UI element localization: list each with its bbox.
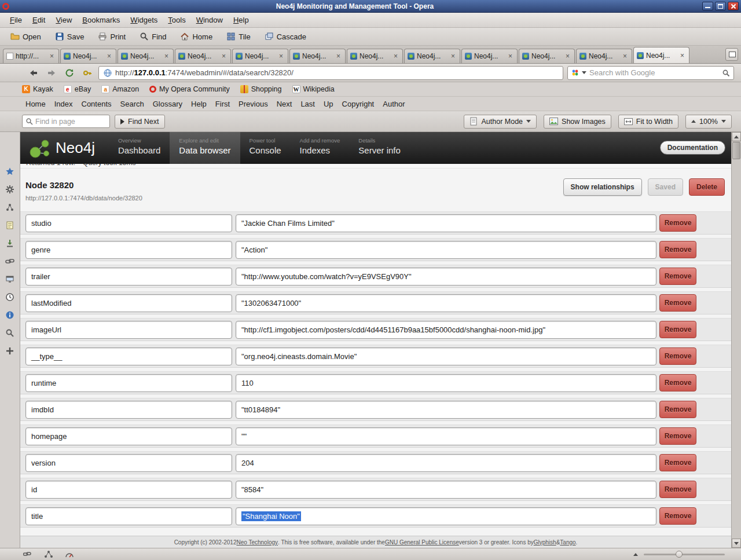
opera-turbo-icon[interactable] [65,550,74,558]
saved-button[interactable]: Saved [648,178,683,196]
property-key-field[interactable]: homepage [25,427,232,445]
remove-button[interactable]: Remove [659,427,696,445]
tab-9[interactable]: Neo4j... [519,49,575,63]
bookmark-kayak[interactable]: Kayak [22,85,53,93]
navlink-first[interactable]: First [215,100,230,108]
menu-window[interactable]: Window [191,14,228,26]
remove-button[interactable]: Remove [659,347,696,365]
property-key-field[interactable]: imageUrl [25,321,232,339]
tab-2[interactable]: Neo4j... [118,49,174,63]
glyphish-link[interactable]: Glyphish [534,539,556,546]
forward-button[interactable] [45,67,58,79]
remove-button[interactable]: Remove [659,268,696,285]
add-panel-button[interactable] [4,345,16,357]
tab-close-icon[interactable] [623,53,629,60]
remove-button[interactable]: Remove [659,374,696,391]
downloads-panel-button[interactable] [4,237,16,249]
links-panel-button[interactable] [4,255,16,267]
tab-3[interactable]: Neo4j... [175,49,231,63]
navlink-author[interactable]: Author [383,100,405,108]
tab-close-icon[interactable] [50,53,56,60]
tab-close-icon[interactable] [680,52,686,59]
tab-close-icon[interactable] [451,53,457,60]
tab-close-icon[interactable] [336,53,342,60]
show-images-button[interactable]: Show Images [544,115,611,129]
bookmark-shopping[interactable]: Shopping [240,85,282,93]
property-key-field[interactable]: runtime [25,374,232,392]
menu-edit[interactable]: Edit [27,14,50,26]
bookmark-ebay[interactable]: eBay [64,85,91,93]
tab-0[interactable]: http://... [3,49,59,63]
property-value-field[interactable]: "http://www.youtube.com/watch?v=yE9VSEgV… [236,268,656,286]
navlink-next[interactable]: Next [277,100,292,108]
remove-button[interactable]: Remove [659,507,696,525]
tango-link[interactable]: Tango [560,539,575,546]
search-panel-button[interactable] [4,327,16,339]
property-key-field[interactable]: title [25,507,232,525]
find-input[interactable] [35,118,107,126]
remove-button[interactable]: Remove [659,481,696,498]
close-button[interactable] [728,2,739,10]
tab-close-icon[interactable] [164,53,170,60]
navlink-contents[interactable]: Contents [82,100,112,108]
tab-10[interactable]: Neo4j... [576,49,632,63]
windows-panel-button[interactable] [4,273,16,285]
tab-list-button[interactable] [725,48,738,61]
property-key-field[interactable]: lastModified [25,294,232,312]
tab-close-icon[interactable] [508,53,514,60]
property-value-field[interactable]: "org.neo4j.cineasts.domain.Movie" [236,347,656,365]
property-key-field[interactable]: studio [25,214,232,232]
bookmarks-panel-button[interactable] [4,166,16,177]
property-value-field[interactable]: "8584" [236,481,656,499]
scroll-down-button[interactable] [732,539,741,548]
search-icon[interactable] [722,69,730,77]
password-wand-button[interactable] [80,67,94,79]
save-button[interactable]: Save [50,30,89,43]
remove-button[interactable]: Remove [659,454,696,471]
property-key-field[interactable]: trailer [25,268,232,286]
tab-dashboard[interactable]: Overview Dashboard [109,132,170,164]
unite-panel-button[interactable] [4,202,16,213]
search-field[interactable] [567,66,734,80]
show-relationships-button[interactable]: Show relationships [563,178,642,196]
author-mode-button[interactable]: Author Mode [464,115,537,129]
menu-view[interactable]: View [50,14,77,26]
property-value-field[interactable]: "tt0184894" [236,401,656,419]
property-value-field[interactable]: "1302063471000" [236,294,656,312]
find-button[interactable]: Find [135,30,171,43]
back-button[interactable] [27,67,41,79]
property-key-field[interactable]: version [25,454,232,472]
property-value-field[interactable]: "http://cf1.imgobject.com/posters/cdd/4d… [236,321,656,339]
remove-button[interactable]: Remove [659,321,696,338]
chevron-up-icon[interactable] [633,553,638,556]
chevron-up-icon[interactable] [691,120,696,123]
delete-button[interactable]: Delete [689,178,725,196]
search-input[interactable] [589,68,719,77]
tab-6[interactable]: Neo4j... [347,49,403,63]
minimize-button[interactable] [702,2,713,10]
bookmark-my-opera-community[interactable]: My Opera Community [149,85,230,93]
tab-console[interactable]: Power tool Console [240,132,291,164]
reload-button[interactable] [63,67,76,79]
neo-technology-link[interactable]: Neo Technology [236,539,278,546]
navlink-help[interactable]: Help [191,100,207,108]
navlink-glossary[interactable]: Glossary [153,100,182,108]
navlink-search[interactable]: Search [120,100,144,108]
navlink-index[interactable]: Index [54,100,73,108]
find-next-button[interactable]: Find Next [115,115,165,129]
property-value-field[interactable]: 204 [236,454,656,472]
navlink-up[interactable]: Up [324,100,333,108]
menu-help[interactable]: Help [228,14,254,26]
menu-widgets[interactable]: Widgets [125,14,163,26]
find-input-wrap[interactable] [22,115,110,128]
property-value-field[interactable]: "Action" [236,241,656,259]
info-panel-button[interactable] [4,309,16,321]
tab-indexes[interactable]: Add and remove Indexes [291,132,350,164]
cascade-button[interactable]: Cascade [260,30,311,43]
bookmark-amazon[interactable]: Amazon [101,85,139,93]
vertical-scrollbar[interactable] [731,132,741,548]
property-value-field[interactable]: "Jackie Chan Films Limited" [236,214,656,232]
tab-close-icon[interactable] [222,53,228,60]
navlink-copyright[interactable]: Copyright [342,100,375,108]
tab-1[interactable]: Neo4j... [60,49,116,63]
